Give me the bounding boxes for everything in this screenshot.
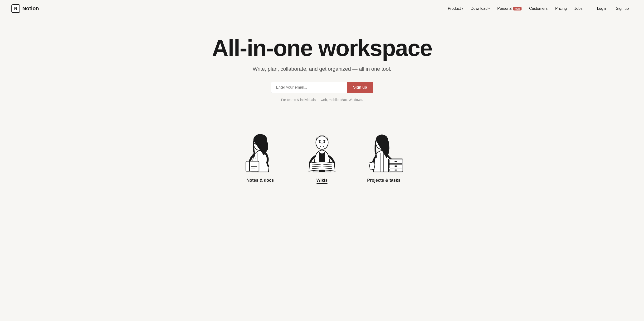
- hero-title: All-in-one workspace: [212, 36, 432, 60]
- feature-projects-label: Projects & tasks: [367, 178, 400, 183]
- svg-point-3: [256, 143, 258, 144]
- svg-point-25: [383, 141, 384, 143]
- features-section: Notes & docs: [0, 116, 644, 198]
- feature-wikis: Wikis: [300, 125, 344, 184]
- nav-item-personal[interactable]: Personal NEW: [494, 5, 524, 13]
- signup-hero-button[interactable]: Sign up: [347, 82, 373, 93]
- nav-item-pricing[interactable]: Pricing: [552, 5, 570, 13]
- nav-auth-area: Log in Sign up: [593, 5, 632, 13]
- svg-rect-32: [394, 170, 397, 171]
- logo-icon: N: [12, 4, 20, 13]
- logo-link[interactable]: N Notion: [12, 4, 39, 13]
- email-input[interactable]: [271, 82, 347, 93]
- svg-point-24: [380, 141, 381, 143]
- feature-projects: Projects & tasks: [362, 125, 405, 184]
- feature-wikis-label: Wikis: [316, 178, 328, 184]
- login-button[interactable]: Log in: [593, 5, 611, 13]
- nav-divider: [589, 6, 589, 12]
- svg-rect-5: [246, 161, 259, 171]
- svg-point-4: [262, 143, 263, 144]
- header: N Notion Product ▾ Download ▾ Personal N…: [0, 0, 644, 17]
- svg-point-14: [320, 142, 320, 143]
- svg-point-11: [316, 136, 328, 149]
- signup-form: Sign up: [271, 82, 373, 93]
- svg-point-15: [324, 142, 325, 143]
- main-nav: Product ▾ Download ▾ Personal NEW Custom…: [445, 5, 632, 13]
- notes-illustration: [239, 125, 282, 173]
- chevron-down-icon: ▾: [462, 7, 463, 10]
- signup-nav-button[interactable]: Sign up: [612, 5, 632, 13]
- wikis-illustration: [300, 125, 344, 173]
- svg-rect-28: [394, 161, 397, 162]
- nav-item-customers[interactable]: Customers: [526, 5, 550, 13]
- svg-rect-33: [369, 162, 375, 170]
- hero-section: All-in-one workspace Write, plan, collab…: [0, 17, 644, 116]
- projects-illustration: [362, 125, 405, 173]
- feature-notes-label: Notes & docs: [246, 178, 274, 183]
- nav-item-product[interactable]: Product ▾: [445, 5, 466, 13]
- chevron-down-icon: ▾: [488, 7, 490, 10]
- svg-rect-30: [394, 166, 397, 167]
- logo-text: Notion: [22, 6, 39, 12]
- hero-subtitle: Write, plan, collaborate, and get organi…: [253, 66, 392, 72]
- nav-item-jobs[interactable]: Jobs: [572, 5, 585, 13]
- feature-notes: Notes & docs: [239, 125, 282, 184]
- nav-item-download[interactable]: Download ▾: [468, 5, 492, 13]
- new-badge: NEW: [513, 7, 522, 11]
- hero-note: For teams & individuals — web, mobile, M…: [281, 98, 363, 102]
